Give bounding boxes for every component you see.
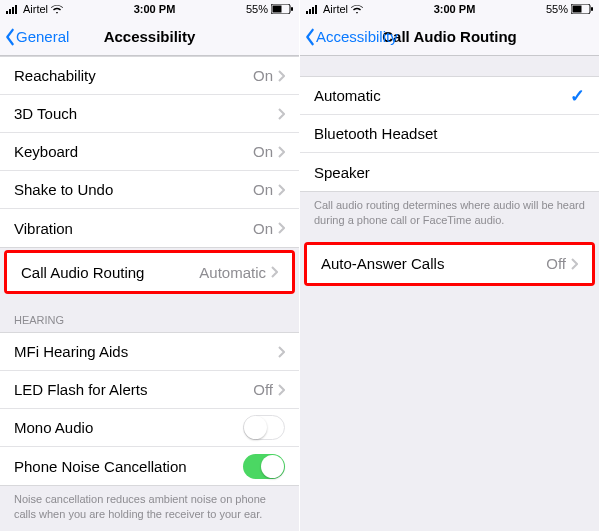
- chevron-left-icon: [304, 28, 316, 46]
- row-mfi-hearing-aids[interactable]: MFi Hearing Aids: [0, 333, 299, 371]
- row-label: Auto-Answer Calls: [321, 255, 546, 272]
- row-auto-answer[interactable]: Auto-Answer Calls Off: [307, 245, 592, 283]
- chevron-right-icon: [277, 70, 285, 82]
- row-value: Automatic: [199, 264, 266, 281]
- chevron-right-icon: [277, 184, 285, 196]
- chevron-right-icon: [270, 266, 278, 278]
- carrier-label: Airtel: [323, 3, 348, 15]
- nav-bar: General Accessibility: [0, 18, 299, 56]
- chevron-right-icon: [277, 146, 285, 158]
- svg-rect-9: [312, 7, 314, 14]
- section-header-hearing: HEARING: [0, 296, 299, 332]
- status-time: 3:00 PM: [134, 3, 176, 15]
- battery-percent: 55%: [246, 3, 268, 15]
- row-value: On: [253, 143, 273, 160]
- wifi-icon: [351, 5, 363, 14]
- chevron-left-icon: [4, 28, 16, 46]
- row-label: LED Flash for Alerts: [14, 381, 253, 398]
- highlight-call-audio-routing: Call Audio Routing Automatic: [4, 250, 295, 294]
- option-automatic[interactable]: Automatic ✓: [300, 77, 599, 115]
- row-3d-touch[interactable]: 3D Touch: [0, 95, 299, 133]
- highlight-auto-answer: Auto-Answer Calls Off: [304, 242, 595, 286]
- row-value: On: [253, 67, 273, 84]
- chevron-right-icon: [277, 384, 285, 396]
- chevron-right-icon: [277, 222, 285, 234]
- toggle-mono-audio[interactable]: [243, 415, 285, 440]
- signal-icon: [6, 5, 20, 14]
- toggle-noise-cancel[interactable]: [243, 454, 285, 479]
- svg-rect-10: [315, 5, 317, 14]
- chevron-right-icon: [570, 258, 578, 270]
- svg-rect-0: [6, 11, 8, 14]
- row-value: On: [253, 181, 273, 198]
- status-bar: Airtel 3:00 PM 55%: [0, 0, 299, 18]
- svg-rect-7: [306, 11, 308, 14]
- svg-rect-5: [272, 6, 281, 13]
- row-label: Bluetooth Headset: [314, 125, 585, 142]
- battery-icon: [571, 4, 593, 14]
- svg-rect-3: [15, 5, 17, 14]
- row-label: Reachability: [14, 67, 253, 84]
- chevron-right-icon: [277, 346, 285, 358]
- checkmark-icon: ✓: [570, 85, 585, 107]
- battery-icon: [271, 4, 293, 14]
- row-label: 3D Touch: [14, 105, 277, 122]
- row-label: Speaker: [314, 164, 585, 181]
- row-shake-to-undo[interactable]: Shake to Undo On: [0, 171, 299, 209]
- row-value: Off: [546, 255, 566, 272]
- svg-rect-8: [309, 9, 311, 14]
- accessibility-screen: Airtel 3:00 PM 55% General Accessibility…: [0, 0, 300, 531]
- row-noise-cancel[interactable]: Phone Noise Cancellation: [0, 447, 299, 485]
- chevron-right-icon: [277, 108, 285, 120]
- wifi-icon: [51, 5, 63, 14]
- svg-rect-1: [9, 9, 11, 14]
- back-button[interactable]: Accessibility: [300, 28, 398, 46]
- svg-rect-12: [572, 6, 581, 13]
- status-bar: Airtel 3:00 PM 55%: [300, 0, 599, 18]
- status-time: 3:00 PM: [434, 3, 476, 15]
- signal-icon: [306, 5, 320, 14]
- row-keyboard[interactable]: Keyboard On: [0, 133, 299, 171]
- row-led-flash[interactable]: LED Flash for Alerts Off: [0, 371, 299, 409]
- routing-footer: Call audio routing determines where audi…: [300, 192, 599, 240]
- carrier-label: Airtel: [23, 3, 48, 15]
- nav-bar: Accessibility Call Audio Routing: [300, 18, 599, 56]
- svg-rect-13: [591, 7, 593, 11]
- noise-footer: Noise cancellation reduces ambient noise…: [0, 486, 299, 531]
- row-label: Vibration: [14, 220, 253, 237]
- row-vibration[interactable]: Vibration On: [0, 209, 299, 247]
- option-speaker[interactable]: Speaker: [300, 153, 599, 191]
- row-label: Call Audio Routing: [21, 264, 199, 281]
- row-reachability[interactable]: Reachability On: [0, 57, 299, 95]
- row-value: Off: [253, 381, 273, 398]
- battery-percent: 55%: [546, 3, 568, 15]
- row-label: Phone Noise Cancellation: [14, 458, 243, 475]
- back-button[interactable]: General: [0, 28, 69, 46]
- row-value: On: [253, 220, 273, 237]
- row-label: Mono Audio: [14, 419, 243, 436]
- svg-rect-6: [291, 7, 293, 11]
- svg-rect-2: [12, 7, 14, 14]
- row-call-audio-routing[interactable]: Call Audio Routing Automatic: [7, 253, 292, 291]
- row-mono-audio[interactable]: Mono Audio: [0, 409, 299, 447]
- row-label: Automatic: [314, 87, 570, 104]
- row-label: Keyboard: [14, 143, 253, 160]
- back-label: General: [16, 28, 69, 45]
- back-label: Accessibility: [316, 28, 398, 45]
- row-label: MFi Hearing Aids: [14, 343, 277, 360]
- row-label: Shake to Undo: [14, 181, 253, 198]
- call-audio-routing-screen: Airtel 3:00 PM 55% Accessibility Call Au…: [300, 0, 600, 531]
- option-bluetooth[interactable]: Bluetooth Headset: [300, 115, 599, 153]
